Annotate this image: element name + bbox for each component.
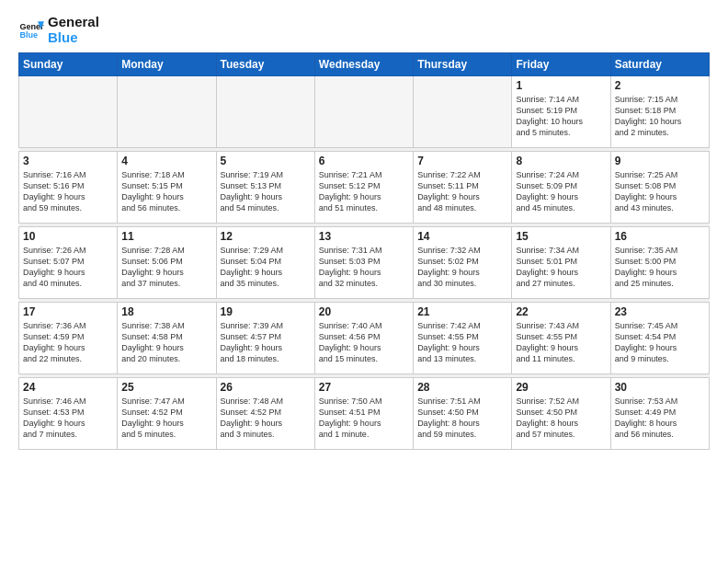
calendar-cell: 16Sunrise: 7:35 AM Sunset: 5:00 PM Dayli… [610, 227, 709, 299]
day-number: 2 [615, 79, 705, 92]
logo-blue: Blue [48, 30, 99, 46]
day-info: Sunrise: 7:21 AM Sunset: 5:12 PM Dayligh… [319, 169, 409, 214]
logo-icon: General Blue [18, 17, 44, 43]
day-info: Sunrise: 7:40 AM Sunset: 4:56 PM Dayligh… [319, 320, 409, 365]
calendar-cell: 21Sunrise: 7:42 AM Sunset: 4:55 PM Dayli… [414, 303, 512, 374]
calendar-cell: 1Sunrise: 7:14 AM Sunset: 5:19 PM Daylig… [512, 76, 610, 148]
day-info: Sunrise: 7:39 AM Sunset: 4:57 PM Dayligh… [221, 320, 311, 365]
page: General Blue General Blue SundayMondayTu… [0, 0, 728, 459]
day-info: Sunrise: 7:28 AM Sunset: 5:06 PM Dayligh… [121, 245, 211, 290]
week-row-0: 1Sunrise: 7:14 AM Sunset: 5:19 PM Daylig… [19, 76, 710, 148]
day-info: Sunrise: 7:32 AM Sunset: 5:02 PM Dayligh… [417, 245, 507, 290]
day-info: Sunrise: 7:26 AM Sunset: 5:07 PM Dayligh… [23, 245, 113, 290]
day-number: 8 [516, 155, 606, 167]
day-info: Sunrise: 7:34 AM Sunset: 5:01 PM Dayligh… [516, 245, 606, 290]
day-info: Sunrise: 7:31 AM Sunset: 5:03 PM Dayligh… [319, 245, 409, 290]
calendar-cell: 23Sunrise: 7:45 AM Sunset: 4:54 PM Dayli… [610, 303, 709, 374]
weekday-header-thursday: Thursday [414, 53, 512, 76]
day-number: 14 [417, 230, 507, 243]
day-number: 26 [221, 381, 311, 394]
day-number: 25 [121, 381, 211, 394]
day-number: 24 [23, 381, 113, 394]
day-number: 15 [516, 230, 606, 243]
day-number: 29 [516, 381, 606, 394]
calendar-cell: 18Sunrise: 7:38 AM Sunset: 4:58 PM Dayli… [118, 303, 216, 374]
day-number: 12 [221, 230, 311, 243]
day-number: 1 [516, 79, 606, 92]
day-info: Sunrise: 7:22 AM Sunset: 5:11 PM Dayligh… [417, 169, 507, 214]
day-info: Sunrise: 7:46 AM Sunset: 4:53 PM Dayligh… [23, 396, 113, 441]
header-row: General Blue General Blue [18, 15, 710, 45]
svg-text:Blue: Blue [19, 30, 38, 40]
day-info: Sunrise: 7:15 AM Sunset: 5:18 PM Dayligh… [615, 94, 705, 139]
calendar-cell: 9Sunrise: 7:25 AM Sunset: 5:08 PM Daylig… [610, 152, 709, 224]
day-info: Sunrise: 7:14 AM Sunset: 5:19 PM Dayligh… [516, 94, 606, 139]
day-info: Sunrise: 7:50 AM Sunset: 4:51 PM Dayligh… [319, 396, 409, 441]
calendar-cell: 6Sunrise: 7:21 AM Sunset: 5:12 PM Daylig… [314, 152, 413, 224]
day-info: Sunrise: 7:42 AM Sunset: 4:55 PM Dayligh… [417, 320, 507, 365]
day-number: 7 [417, 155, 507, 167]
day-number: 22 [516, 305, 606, 318]
day-number: 23 [615, 305, 705, 318]
week-row-4: 24Sunrise: 7:46 AM Sunset: 4:53 PM Dayli… [19, 378, 710, 450]
calendar-cell [118, 76, 216, 148]
calendar-cell: 14Sunrise: 7:32 AM Sunset: 5:02 PM Dayli… [414, 227, 512, 299]
calendar-cell [414, 76, 512, 148]
weekday-header-saturday: Saturday [610, 53, 709, 76]
day-number: 13 [319, 230, 409, 243]
day-info: Sunrise: 7:25 AM Sunset: 5:08 PM Dayligh… [615, 169, 705, 214]
day-number: 6 [319, 155, 409, 167]
calendar-cell: 11Sunrise: 7:28 AM Sunset: 5:06 PM Dayli… [118, 227, 216, 299]
day-info: Sunrise: 7:35 AM Sunset: 5:00 PM Dayligh… [615, 245, 705, 290]
day-info: Sunrise: 7:51 AM Sunset: 4:50 PM Dayligh… [417, 396, 507, 441]
day-number: 4 [121, 155, 211, 167]
calendar-cell: 28Sunrise: 7:51 AM Sunset: 4:50 PM Dayli… [414, 378, 512, 450]
day-number: 27 [319, 381, 409, 394]
calendar-cell: 8Sunrise: 7:24 AM Sunset: 5:09 PM Daylig… [512, 152, 610, 224]
calendar-cell: 13Sunrise: 7:31 AM Sunset: 5:03 PM Dayli… [314, 227, 413, 299]
weekday-header-friday: Friday [512, 53, 610, 76]
weekday-header-tuesday: Tuesday [216, 53, 314, 76]
day-info: Sunrise: 7:24 AM Sunset: 5:09 PM Dayligh… [516, 169, 606, 214]
calendar-cell: 20Sunrise: 7:40 AM Sunset: 4:56 PM Dayli… [314, 303, 413, 374]
day-info: Sunrise: 7:19 AM Sunset: 5:13 PM Dayligh… [221, 169, 311, 214]
day-number: 5 [221, 155, 311, 167]
weekday-header-wednesday: Wednesday [314, 53, 413, 76]
calendar-cell: 22Sunrise: 7:43 AM Sunset: 4:55 PM Dayli… [512, 303, 610, 374]
weekday-header-monday: Monday [118, 53, 216, 76]
week-row-3: 17Sunrise: 7:36 AM Sunset: 4:59 PM Dayli… [19, 303, 710, 374]
day-number: 28 [417, 381, 507, 394]
day-info: Sunrise: 7:36 AM Sunset: 4:59 PM Dayligh… [23, 320, 113, 365]
calendar-cell: 24Sunrise: 7:46 AM Sunset: 4:53 PM Dayli… [19, 378, 118, 450]
day-number: 9 [615, 155, 705, 167]
calendar-cell: 12Sunrise: 7:29 AM Sunset: 5:04 PM Dayli… [216, 227, 314, 299]
logo: General Blue General Blue [18, 15, 99, 45]
calendar-cell: 29Sunrise: 7:52 AM Sunset: 4:50 PM Dayli… [512, 378, 610, 450]
day-info: Sunrise: 7:43 AM Sunset: 4:55 PM Dayligh… [516, 320, 606, 365]
day-number: 20 [319, 305, 409, 318]
calendar-cell: 4Sunrise: 7:18 AM Sunset: 5:15 PM Daylig… [118, 152, 216, 224]
calendar-cell: 5Sunrise: 7:19 AM Sunset: 5:13 PM Daylig… [216, 152, 314, 224]
day-info: Sunrise: 7:16 AM Sunset: 5:16 PM Dayligh… [23, 169, 113, 214]
calendar-cell [216, 76, 314, 148]
day-number: 3 [23, 155, 113, 167]
day-info: Sunrise: 7:45 AM Sunset: 4:54 PM Dayligh… [615, 320, 705, 365]
day-number: 10 [23, 230, 113, 243]
calendar-cell: 2Sunrise: 7:15 AM Sunset: 5:18 PM Daylig… [610, 76, 709, 148]
day-number: 11 [121, 230, 211, 243]
calendar-cell: 26Sunrise: 7:48 AM Sunset: 4:52 PM Dayli… [216, 378, 314, 450]
week-row-1: 3Sunrise: 7:16 AM Sunset: 5:16 PM Daylig… [19, 152, 710, 224]
calendar-cell: 25Sunrise: 7:47 AM Sunset: 4:52 PM Dayli… [118, 378, 216, 450]
calendar-cell: 3Sunrise: 7:16 AM Sunset: 5:16 PM Daylig… [19, 152, 118, 224]
calendar-cell: 19Sunrise: 7:39 AM Sunset: 4:57 PM Dayli… [216, 303, 314, 374]
calendar: SundayMondayTuesdayWednesdayThursdayFrid… [18, 52, 710, 450]
day-number: 17 [23, 305, 113, 318]
day-info: Sunrise: 7:38 AM Sunset: 4:58 PM Dayligh… [121, 320, 211, 365]
day-info: Sunrise: 7:18 AM Sunset: 5:15 PM Dayligh… [121, 169, 211, 214]
day-number: 18 [121, 305, 211, 318]
calendar-cell: 15Sunrise: 7:34 AM Sunset: 5:01 PM Dayli… [512, 227, 610, 299]
day-info: Sunrise: 7:47 AM Sunset: 4:52 PM Dayligh… [121, 396, 211, 441]
day-number: 21 [417, 305, 507, 318]
calendar-cell [19, 76, 118, 148]
calendar-cell: 10Sunrise: 7:26 AM Sunset: 5:07 PM Dayli… [19, 227, 118, 299]
